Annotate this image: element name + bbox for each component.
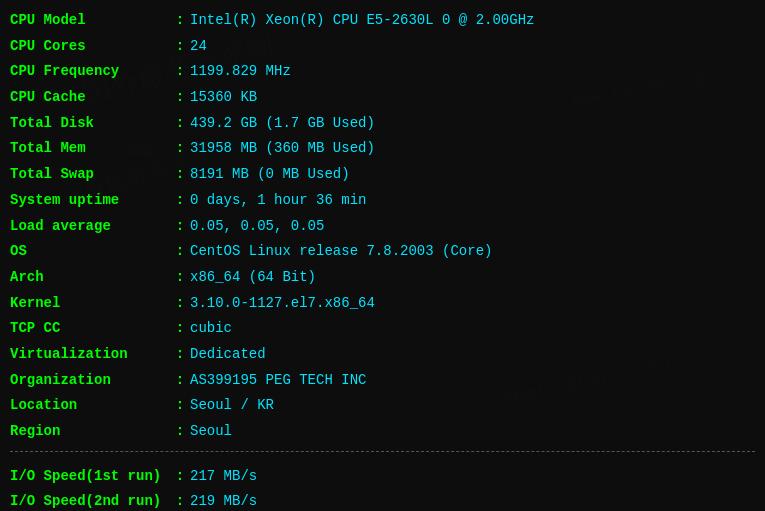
row-colon: :	[170, 464, 190, 490]
table-row: I/O Speed(2nd run) : 219 MB/s	[10, 489, 755, 511]
row-label: I/O Speed(1st run)	[10, 464, 170, 490]
row-colon: :	[170, 291, 190, 317]
row-colon: :	[170, 136, 190, 162]
row-label: Location	[10, 393, 170, 419]
table-row: CPU Cache : 15360 KB	[10, 85, 755, 111]
table-row: Organization : AS399195 PEG TECH INC	[10, 368, 755, 394]
row-label: Total Mem	[10, 136, 170, 162]
row-label: Arch	[10, 265, 170, 291]
row-value: 31958 MB (360 MB Used)	[190, 136, 755, 162]
row-label: TCP CC	[10, 316, 170, 342]
row-colon: :	[170, 34, 190, 60]
row-label: Kernel	[10, 291, 170, 317]
table-row: OS : CentOS Linux release 7.8.2003 (Core…	[10, 239, 755, 265]
row-label: Region	[10, 419, 170, 445]
row-value: Seoul / KR	[190, 393, 755, 419]
row-label: Total Disk	[10, 111, 170, 137]
row-label: System uptime	[10, 188, 170, 214]
row-value: 439.2 GB (1.7 GB Used)	[190, 111, 755, 137]
row-value: AS399195 PEG TECH INC	[190, 368, 755, 394]
row-value: Dedicated	[190, 342, 755, 368]
table-row: CPU Model : Intel(R) Xeon(R) CPU E5-2630…	[10, 8, 755, 34]
row-colon: :	[170, 489, 190, 511]
row-label: CPU Cores	[10, 34, 170, 60]
row-value: 8191 MB (0 MB Used)	[190, 162, 755, 188]
row-value: Seoul	[190, 419, 755, 445]
row-value: 24	[190, 34, 755, 60]
row-colon: :	[170, 316, 190, 342]
terminal: 国外服务器评测 www.idcspy.org 国外服务器评测 -www.idcs…	[0, 0, 765, 511]
row-colon: :	[170, 85, 190, 111]
row-value: CentOS Linux release 7.8.2003 (Core)	[190, 239, 755, 265]
row-colon: :	[170, 239, 190, 265]
row-value: x86_64 (64 Bit)	[190, 265, 755, 291]
table-row: Total Swap : 8191 MB (0 MB Used)	[10, 162, 755, 188]
row-label: Virtualization	[10, 342, 170, 368]
row-colon: :	[170, 419, 190, 445]
table-row: System uptime : 0 days, 1 hour 36 min	[10, 188, 755, 214]
row-label: I/O Speed(2nd run)	[10, 489, 170, 511]
row-value: Intel(R) Xeon(R) CPU E5-2630L 0 @ 2.00GH…	[190, 8, 755, 34]
row-colon: :	[170, 393, 190, 419]
row-value: 1199.829 MHz	[190, 59, 755, 85]
row-colon: :	[170, 265, 190, 291]
row-value: 217 MB/s	[190, 464, 755, 490]
table-row: Load average : 0.05, 0.05, 0.05	[10, 214, 755, 240]
row-label: CPU Model	[10, 8, 170, 34]
table-row: Region : Seoul	[10, 419, 755, 445]
row-colon: :	[170, 111, 190, 137]
table-row: Arch : x86_64 (64 Bit)	[10, 265, 755, 291]
row-value: 0.05, 0.05, 0.05	[190, 214, 755, 240]
row-colon: :	[170, 368, 190, 394]
row-colon: :	[170, 162, 190, 188]
row-label: Organization	[10, 368, 170, 394]
row-value: cubic	[190, 316, 755, 342]
row-label: Load average	[10, 214, 170, 240]
io-info-table: I/O Speed(1st run) : 217 MB/s I/O Speed(…	[10, 464, 755, 511]
table-row: Total Disk : 439.2 GB (1.7 GB Used)	[10, 111, 755, 137]
row-label: CPU Frequency	[10, 59, 170, 85]
table-row: I/O Speed(1st run) : 217 MB/s	[10, 464, 755, 490]
row-label: Total Swap	[10, 162, 170, 188]
row-colon: :	[170, 59, 190, 85]
table-row: Location : Seoul / KR	[10, 393, 755, 419]
row-colon: :	[170, 188, 190, 214]
system-info-table: CPU Model : Intel(R) Xeon(R) CPU E5-2630…	[10, 8, 755, 445]
table-row: Kernel : 3.10.0-1127.el7.x86_64	[10, 291, 755, 317]
row-colon: :	[170, 214, 190, 240]
row-label: CPU Cache	[10, 85, 170, 111]
table-row: CPU Frequency : 1199.829 MHz	[10, 59, 755, 85]
table-row: Total Mem : 31958 MB (360 MB Used)	[10, 136, 755, 162]
row-value: 219 MB/s	[190, 489, 755, 511]
row-label: OS	[10, 239, 170, 265]
section-divider	[10, 451, 755, 452]
row-value: 15360 KB	[190, 85, 755, 111]
row-value: 0 days, 1 hour 36 min	[190, 188, 755, 214]
table-row: TCP CC : cubic	[10, 316, 755, 342]
row-value: 3.10.0-1127.el7.x86_64	[190, 291, 755, 317]
table-row: Virtualization : Dedicated	[10, 342, 755, 368]
row-colon: :	[170, 342, 190, 368]
row-colon: :	[170, 8, 190, 34]
table-row: CPU Cores : 24	[10, 34, 755, 60]
